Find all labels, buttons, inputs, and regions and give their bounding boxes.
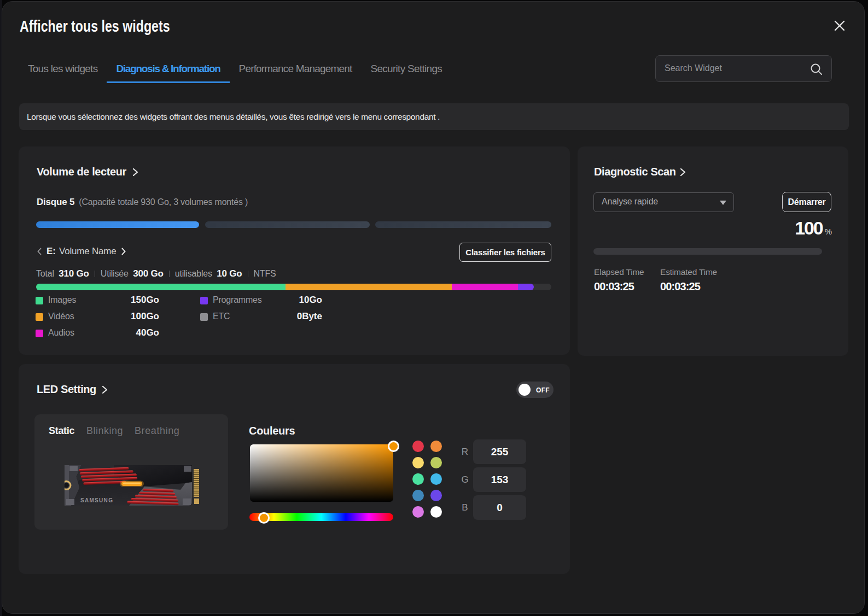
svg-text:SAMSUNG: SAMSUNG <box>80 497 113 503</box>
